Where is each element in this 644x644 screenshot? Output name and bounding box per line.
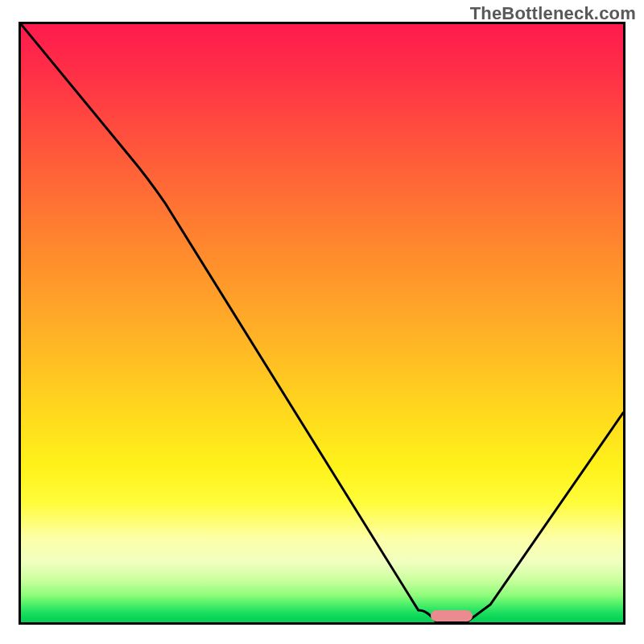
optimal-range-marker — [431, 610, 473, 621]
bottleneck-curve-path — [21, 24, 623, 622]
chart-area — [19, 22, 625, 625]
chart-line-svg — [21, 24, 623, 622]
